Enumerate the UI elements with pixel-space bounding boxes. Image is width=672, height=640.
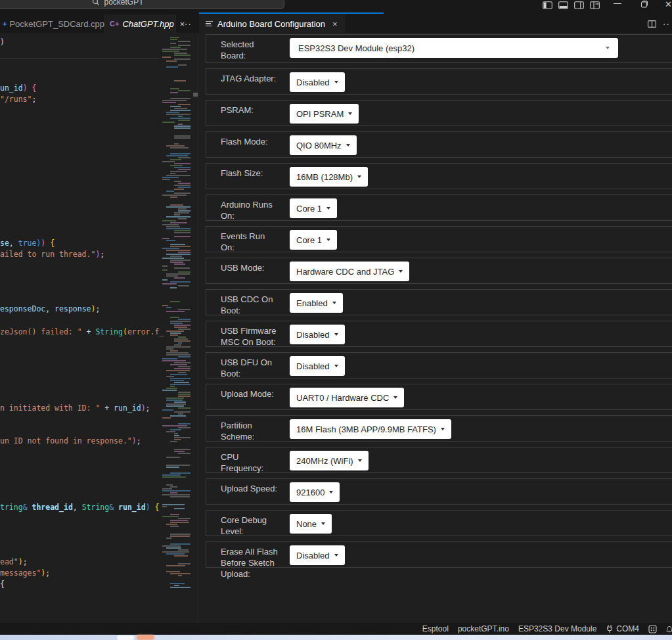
taskbar-app-icon-orange: [137, 635, 154, 640]
code-line: un_id) {: [0, 83, 36, 94]
config-dropdown[interactable]: Disabled: [290, 325, 345, 344]
statusbar-sketch[interactable]: pocketGPT.ino: [458, 624, 509, 633]
close-tab-icon[interactable]: ×: [332, 20, 338, 28]
tab-arduino-board-configuration[interactable]: Arduino Board Configuration ×: [199, 14, 346, 33]
config-row-label: Events Run On:: [221, 231, 280, 253]
statusbar-port[interactable]: COM4: [606, 624, 639, 633]
board-combobox[interactable]: ESP32S3 Dev Module (esp32): [290, 38, 618, 58]
settings-list-icon: [206, 20, 213, 28]
config-row-label: Selected Board:: [221, 39, 280, 61]
config-row: Flash Size:16MB (128Mb): [206, 163, 672, 189]
statusbar: Esptool pocketGPT.ino ESP32S3 Dev Module…: [0, 623, 672, 635]
left-editor-tabbar: + PocketGPT_SDCard.cpp C+ ChatGPT.hpp × …: [0, 14, 198, 33]
dropdown-value: 240MHz (WiFi): [296, 456, 353, 466]
window-minimize-button[interactable]: [614, 3, 621, 4]
dropdown-value: Core 1: [296, 235, 322, 245]
config-dropdown[interactable]: OPI PSRAM: [290, 104, 359, 124]
config-row: CPU Frequency:240MHz (WiFi): [206, 447, 672, 473]
tab-label: Arduino Board Configuration: [217, 19, 325, 29]
config-row: Upload Mode:UART0 / Hardware CDC: [206, 384, 672, 410]
config-dropdown[interactable]: QIO 80MHz: [290, 135, 357, 155]
chevron-down-icon: [357, 175, 361, 178]
dropdown-value: UART0 / Hardware CDC: [296, 393, 389, 403]
plug-icon: [606, 624, 614, 633]
config-dropdown[interactable]: Disabled: [290, 356, 345, 376]
chevron-down-icon: [334, 365, 338, 367]
config-row: USB Mode:Hardware CDC and JTAG: [206, 258, 672, 284]
search-icon: [92, 0, 100, 6]
notifications-bell-icon[interactable]: [666, 625, 672, 633]
dropdown-value: 921600: [296, 488, 325, 497]
dropdown-value: ESP32S3 Dev Module (esp32): [298, 43, 414, 53]
window-close-button[interactable]: ✕: [665, 0, 672, 9]
tab-label: PocketGPT_SDCard.cpp: [9, 19, 104, 29]
command-center[interactable]: pocketGPT: [0, 0, 284, 9]
chevron-down-icon: [399, 270, 403, 273]
tab-chatgpt-hpp[interactable]: C+ ChatGPT.hpp ×: [105, 14, 176, 33]
dropdown-value: QIO 80MHz: [296, 141, 342, 150]
statusbar-esptool[interactable]: Esptool: [422, 624, 449, 633]
dropdown-value: Core 1: [296, 204, 322, 214]
config-dropdown[interactable]: 16MB (128Mb): [290, 167, 368, 187]
code-line: messages");: [0, 568, 50, 579]
taskbar-app-icon: [117, 635, 134, 640]
config-dropdown[interactable]: Enabled: [290, 293, 343, 313]
toggle-panel-icon[interactable]: [558, 1, 568, 9]
window-maximize-button[interactable]: [640, 1, 648, 8]
chevron-down-icon: [321, 522, 325, 525]
config-dropdown[interactable]: 240MHz (WiFi): [290, 451, 369, 470]
more-actions-icon[interactable]: ··: [663, 18, 670, 29]
minimap[interactable]: [160, 33, 193, 595]
dropdown-value: Disabled: [296, 78, 330, 87]
config-row-label: Arduino Runs On:: [221, 199, 280, 221]
tab-pocketgpt-sdcard[interactable]: + PocketGPT_SDCard.cpp: [0, 14, 105, 33]
code-line: ead");: [0, 557, 28, 568]
toggle-secondary-sidebar-icon[interactable]: [574, 1, 584, 9]
config-dropdown[interactable]: Hardware CDC and JTAG: [290, 262, 409, 281]
code-line: un ID not found in response.");: [0, 436, 141, 447]
chevron-down-icon: [346, 144, 350, 147]
config-row-label: USB DFU On Boot:: [221, 357, 280, 379]
config-row-label: USB Firmware MSC On Boot:: [221, 325, 280, 348]
scrollbar-handle[interactable]: [193, 93, 198, 97]
config-row-label: Partition Scheme:: [221, 420, 280, 442]
code-line: tring& thread_id, String& run_id) {: [0, 502, 159, 513]
config-dropdown[interactable]: None: [290, 514, 332, 534]
config-dropdown[interactable]: Core 1: [290, 230, 337, 250]
dropdown-value: Disabled: [296, 551, 330, 560]
config-dropdown[interactable]: 16M Flash (3MB APP/9.9MB FATFS): [290, 419, 451, 439]
statusbar-board[interactable]: ESP32S3 Dev Module: [518, 624, 596, 633]
config-dropdown[interactable]: Disabled: [290, 72, 345, 92]
config-row: Arduino Runs On:Core 1: [206, 194, 672, 221]
config-dropdown[interactable]: UART0 / Hardware CDC: [290, 388, 404, 407]
config-row-label: USB CDC On Boot:: [221, 294, 280, 316]
sticky-scroll: ): [0, 33, 160, 58]
board-config-panel: Selected Board:ESP32S3 Dev Module (esp32…: [206, 34, 672, 568]
serial-monitor-icon[interactable]: [648, 625, 657, 633]
code-editor[interactable]: ) un_id) {"/runs";se, true)) {ailed to r…: [0, 33, 198, 623]
config-dropdown[interactable]: Disabled: [290, 545, 345, 565]
config-row-label: CPU Frequency:: [221, 451, 280, 474]
config-row: Events Run On:Core 1: [206, 226, 672, 252]
toggle-sidebar-icon[interactable]: [543, 1, 552, 9]
config-row-label: Flash Size:: [221, 168, 280, 179]
config-row: Upload Speed:921600: [206, 478, 672, 505]
config-row: Erase All Flash Before Sketch Upload:Dis…: [206, 541, 672, 568]
active-group-accent-border: [199, 12, 384, 14]
split-editor-icon[interactable]: [648, 20, 656, 28]
config-row: Partition Scheme:16M Flash (3MB APP/9.9M…: [206, 415, 672, 442]
chevron-down-icon: [334, 81, 338, 83]
config-row-label: Upload Mode:: [221, 388, 280, 400]
chevron-down-icon: [393, 396, 397, 399]
config-dropdown[interactable]: 921600: [290, 482, 340, 502]
config-row: USB DFU On Boot:Disabled: [206, 352, 672, 378]
dropdown-value: Disabled: [296, 361, 330, 371]
code-line: esponseDoc, response);: [0, 304, 100, 315]
editor-overflow-menu-icon[interactable]: ···: [181, 14, 192, 33]
os-taskbar-strip: [0, 635, 672, 640]
code-line: ailed to run thread.");: [0, 249, 104, 260]
customize-layout-icon[interactable]: [590, 1, 600, 9]
config-dropdown[interactable]: Core 1: [290, 198, 337, 218]
config-row: USB Firmware MSC On Boot:Disabled: [206, 321, 672, 347]
code-line: {: [0, 579, 5, 590]
